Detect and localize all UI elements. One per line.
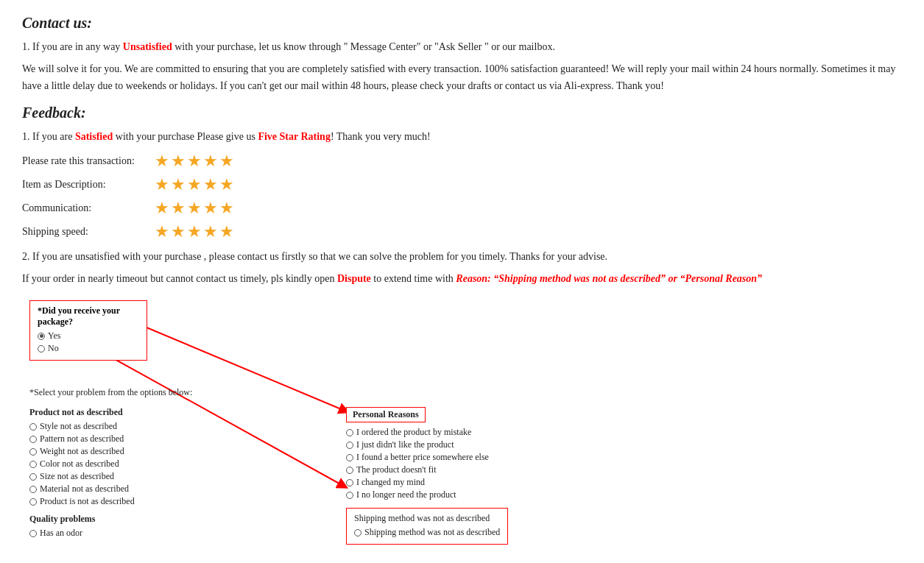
personal-items-list: I ordered the product by mistake I just … — [346, 427, 508, 500]
star-2[interactable]: ★ — [171, 152, 186, 171]
stars-communication[interactable]: ★ ★ ★ ★ ★ — [155, 199, 234, 218]
no-radio[interactable] — [38, 345, 45, 353]
radio-mistake[interactable] — [346, 429, 353, 436]
radio-doesnt-fit[interactable] — [346, 467, 353, 474]
star-s3[interactable]: ★ — [187, 222, 202, 241]
star-d5[interactable]: ★ — [219, 175, 234, 194]
personal-doesnt-fit[interactable]: The product doesn't fit — [346, 464, 508, 475]
satisfied-text: Satisfied — [75, 131, 113, 142]
personal-reasons-box: Personal Reasons — [346, 407, 426, 422]
label-shipping-method: Shipping method was not as described — [364, 527, 500, 538]
problem-color[interactable]: Color not as described — [29, 458, 135, 470]
radio-style[interactable] — [29, 423, 37, 431]
label-style: Style not as described — [40, 421, 117, 432]
fp1-suffix: ! Thank you very much! — [331, 131, 431, 142]
problem-material[interactable]: Material not as described — [29, 484, 135, 495]
package-question-box: *Did you receive your package? Yes No — [29, 300, 147, 361]
personal-didnt-like[interactable]: I just didn't like the product — [346, 439, 508, 450]
radio-no-longer[interactable] — [346, 492, 353, 499]
ratings-container: Please rate this transaction: ★ ★ ★ ★ ★ … — [22, 152, 902, 241]
personal-mistake[interactable]: I ordered the product by mistake — [346, 427, 508, 438]
yes-radio[interactable] — [38, 333, 45, 340]
shipping-item[interactable]: Shipping method was not as described — [354, 527, 500, 538]
no-radio-row[interactable]: No — [38, 343, 139, 354]
personal-changed-mind[interactable]: I changed my mind — [346, 477, 508, 488]
label-odor: Has an odor — [40, 528, 82, 539]
personal-better-price[interactable]: I found a better price somewhere else — [346, 452, 508, 463]
star-s1[interactable]: ★ — [155, 222, 169, 241]
quality-section: Quality problems Has an odor — [29, 514, 95, 540]
radio-changed-mind[interactable] — [346, 479, 353, 486]
star-d3[interactable]: ★ — [187, 175, 202, 194]
label-doesnt-fit: The product doesn't fit — [356, 464, 436, 475]
contact-p1-suffix: with your purchase, let us know through … — [172, 41, 555, 52]
contact-p1-prefix: 1. If you are in any way — [22, 41, 123, 52]
label-color: Color not as described — [40, 458, 119, 470]
contact-point1: 1. If you are in any way Unsatisfied wit… — [22, 39, 902, 55]
star-s2[interactable]: ★ — [171, 222, 186, 241]
right-col: Personal Reasons I ordered the product b… — [346, 407, 508, 545]
personal-no-longer[interactable]: I no longer need the product — [346, 489, 508, 500]
radio-pattern[interactable] — [29, 436, 37, 443]
unsatisfied-text: Unsatisfied — [123, 41, 172, 52]
star-d4[interactable]: ★ — [203, 175, 218, 194]
star-c5[interactable]: ★ — [219, 199, 234, 218]
label-pattern: Pattern not as described — [40, 433, 124, 445]
radio-product[interactable] — [29, 498, 37, 506]
problem-size[interactable]: Size not as described — [29, 471, 135, 482]
problem-pattern[interactable]: Pattern not as described — [29, 433, 135, 445]
dispute-reason: Reason: “Shipping method was not as desc… — [456, 273, 762, 284]
star-5[interactable]: ★ — [219, 152, 234, 171]
problem-weight[interactable]: Weight not as described — [29, 446, 135, 457]
radio-shipping-method[interactable] — [354, 529, 362, 537]
stars-description[interactable]: ★ ★ ★ ★ ★ — [155, 175, 234, 194]
feedback-point1: 1. If you are Satisfied with your purcha… — [22, 129, 902, 145]
product-group-title: Product not as described — [29, 407, 135, 418]
star-4[interactable]: ★ — [203, 152, 218, 171]
product-problems-col: Product not as described Style not as de… — [29, 407, 135, 509]
radio-weight[interactable] — [29, 448, 37, 456]
rating-row-shipping: Shipping speed: ★ ★ ★ ★ ★ — [22, 222, 902, 241]
radio-odor[interactable] — [29, 530, 37, 537]
fp1-middle: with your purchase Please give us — [113, 131, 258, 142]
label-mistake: I ordered the product by mistake — [356, 427, 471, 438]
star-c2[interactable]: ★ — [171, 199, 186, 218]
star-c1[interactable]: ★ — [155, 199, 169, 218]
five-star-text: Five Star Rating — [258, 131, 331, 142]
label-changed-mind: I changed my mind — [356, 477, 425, 488]
package-question-text: *Did you receive your package? — [38, 305, 139, 327]
rating-label-description: Item as Description: — [22, 179, 155, 191]
radio-better-price[interactable] — [346, 454, 353, 461]
star-s4[interactable]: ★ — [203, 222, 218, 241]
star-c4[interactable]: ★ — [203, 199, 218, 218]
rating-label-transaction: Please rate this transaction: — [22, 155, 155, 167]
star-d1[interactable]: ★ — [155, 175, 169, 194]
stars-shipping[interactable]: ★ ★ ★ ★ ★ — [155, 222, 234, 241]
dispute-prefix: If your order in nearly timeout but cann… — [22, 273, 337, 284]
problem-style[interactable]: Style not as described — [29, 421, 135, 432]
diagram-area: *Did you receive your package? Yes No *S… — [22, 300, 902, 536]
problem-product[interactable]: Product is not as described — [29, 496, 135, 507]
radio-didnt-like[interactable] — [346, 442, 353, 449]
star-s5[interactable]: ★ — [219, 222, 234, 241]
radio-color[interactable] — [29, 461, 37, 468]
label-weight: Weight not as described — [40, 446, 124, 457]
star-3[interactable]: ★ — [187, 152, 202, 171]
stars-transaction[interactable]: ★ ★ ★ ★ ★ — [155, 152, 234, 171]
yes-radio-row[interactable]: Yes — [38, 330, 139, 341]
dispute-middle: to extend time with — [371, 273, 456, 284]
star-d2[interactable]: ★ — [171, 175, 186, 194]
no-label: No — [48, 343, 59, 354]
dispute-line: If your order in nearly timeout but cann… — [22, 271, 902, 287]
star-1[interactable]: ★ — [155, 152, 169, 171]
fp1-prefix: 1. If you are — [22, 131, 75, 142]
radio-material[interactable] — [29, 486, 37, 493]
contact-para2: We will solve it for you. We are committ… — [22, 61, 902, 94]
feedback-heading: Feedback: — [22, 105, 902, 121]
rating-row-communication: Communication: ★ ★ ★ ★ ★ — [22, 199, 902, 218]
shipping-box: Shipping method was not as described Shi… — [346, 508, 508, 545]
radio-size[interactable] — [29, 473, 37, 481]
yes-label: Yes — [48, 330, 60, 341]
problem-odor[interactable]: Has an odor — [29, 528, 95, 539]
star-c3[interactable]: ★ — [187, 199, 202, 218]
